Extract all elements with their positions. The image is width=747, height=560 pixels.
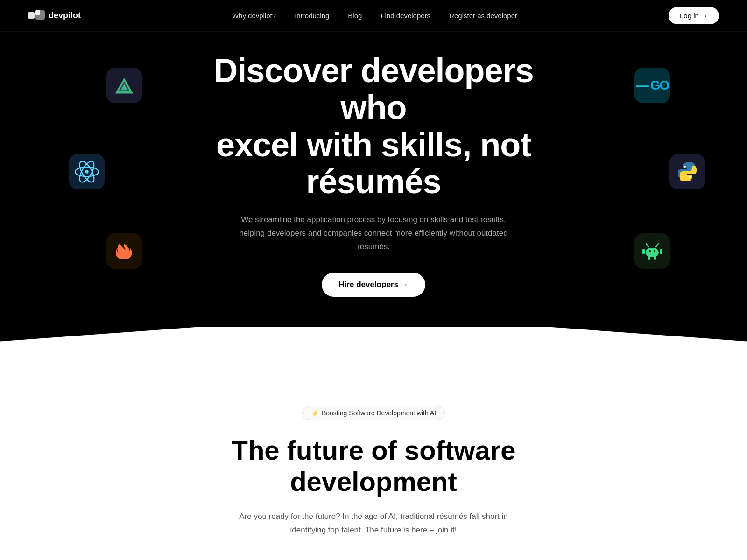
logo-icon [28,10,45,21]
navbar: devpilot Why devpilot? Introducing Blog … [0,0,747,32]
hero-subtitle: We streamline the application process by… [238,213,509,254]
python-icon [669,154,705,189]
hero-title-line2: excel with skills, not résumés [216,126,531,200]
section-title-line1: The future of software [231,435,515,465]
svg-rect-18 [642,249,645,254]
react-icon [69,154,105,189]
nav-find[interactable]: Find developers [381,12,430,20]
badge-icon: ⚡ [311,409,319,417]
hero-curve-transition [0,327,747,359]
vue-icon [106,68,142,103]
hero-content: Discover developers who excel with skill… [187,34,560,324]
svg-rect-0 [28,12,35,19]
section-title-line2: development [290,466,457,497]
android-icon [634,233,670,269]
svg-rect-19 [660,249,662,254]
svg-rect-21 [654,256,656,260]
svg-line-13 [646,244,648,247]
features-section: ⚡ Boosting Software Development with AI … [0,359,747,560]
nav-register[interactable]: Register as developer [449,12,517,20]
hero-title-line1: Discover developers who [213,52,533,126]
go-text: GO [650,78,669,93]
svg-rect-20 [648,256,650,260]
hero-section: — GO [0,0,747,327]
go-bolt: — [636,78,648,93]
hire-developers-button[interactable]: Hire developers → [322,273,425,297]
svg-point-16 [649,250,651,252]
svg-point-10 [85,170,88,173]
swift-icon [106,233,142,269]
svg-rect-15 [646,248,659,257]
hero-title: Discover developers who excel with skill… [196,52,551,200]
nav-blog[interactable]: Blog [348,12,362,20]
login-button[interactable]: Log in → [669,7,719,24]
svg-rect-2 [35,10,40,15]
go-icon: — GO [634,68,670,103]
badge-text: Boosting Software Development with AI [322,409,436,417]
section-title: The future of software development [231,435,515,497]
logo[interactable]: devpilot [28,10,81,21]
features-badge: ⚡ Boosting Software Development with AI [302,406,445,420]
nav-why[interactable]: Why devpilot? [232,12,276,20]
nav-links: Why devpilot? Introducing Blog Find deve… [232,12,517,20]
nav-introducing[interactable]: Introducing [295,12,329,20]
svg-line-14 [656,244,658,247]
section-description: Are you ready for the future? In the age… [233,510,514,537]
logo-text: devpilot [49,11,81,21]
svg-point-11 [684,166,686,168]
svg-point-12 [689,176,691,178]
svg-point-17 [654,250,655,252]
